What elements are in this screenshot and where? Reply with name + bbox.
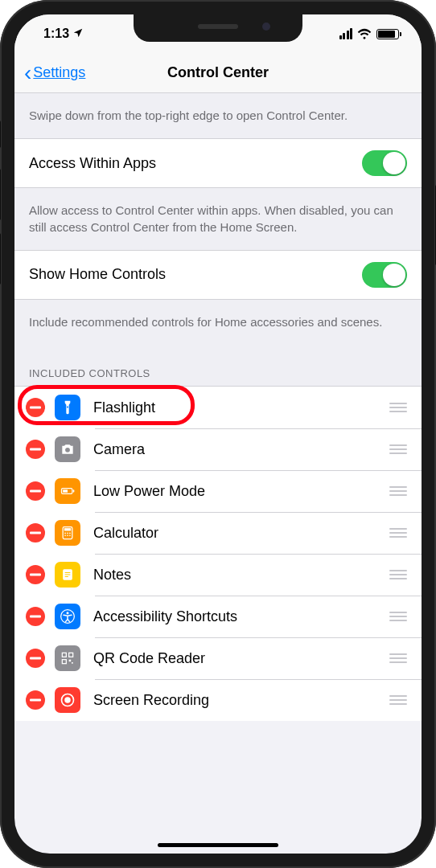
notes-icon [55, 562, 80, 588]
controls-list: Flashlight Camera Low Power Mode Calcula… [14, 386, 422, 721]
control-row-accessibility: Accessibility Shortcuts [14, 596, 422, 637]
control-row-notes: Notes [14, 554, 422, 596]
remove-button-calculator[interactable] [26, 523, 45, 542]
control-label-qrcode: QR Code Reader [93, 650, 389, 667]
phone-frame: 1:13 ‹ Settings Control Center Swipe do [0, 0, 436, 868]
drag-handle-accessibility[interactable] [389, 612, 410, 621]
chevron-left-icon: ‹ [24, 60, 31, 86]
wifi-icon [357, 28, 372, 39]
remove-button-lowpower[interactable] [26, 481, 45, 501]
control-row-lowpower: Low Power Mode [14, 470, 422, 512]
svg-point-1 [65, 448, 70, 452]
access-footer: Allow access to Control Center within ap… [14, 188, 422, 250]
control-label-accessibility: Accessibility Shortcuts [93, 608, 389, 625]
nav-header: ‹ Settings Control Center [14, 53, 422, 93]
control-row-qrcode: QR Code Reader [14, 637, 422, 679]
svg-point-7 [64, 533, 66, 534]
control-label-lowpower: Low Power Mode [93, 483, 389, 500]
remove-button-screenrec[interactable] [26, 690, 45, 710]
drag-handle-screenrec[interactable] [389, 695, 410, 705]
remove-button-flashlight[interactable] [26, 398, 45, 417]
content: Swipe down from the top-right edge to op… [14, 93, 422, 721]
remove-button-notes[interactable] [26, 565, 45, 584]
cellular-icon [339, 28, 353, 39]
control-label-camera: Camera [93, 441, 389, 458]
control-label-notes: Notes [93, 567, 389, 583]
drag-handle-calculator[interactable] [389, 528, 410, 538]
access-label: Access Within Apps [29, 155, 156, 172]
back-label: Settings [33, 64, 85, 81]
calculator-icon [55, 520, 80, 546]
drag-handle-flashlight[interactable] [389, 403, 410, 412]
camera-icon [55, 436, 80, 462]
battery-icon [376, 29, 399, 39]
battery-icon [55, 478, 80, 504]
svg-rect-16 [62, 653, 66, 657]
volume-up-button [0, 169, 1, 220]
svg-point-9 [69, 533, 71, 534]
svg-point-10 [64, 535, 66, 537]
drag-handle-camera[interactable] [389, 444, 410, 454]
control-row-flashlight: Flashlight [14, 387, 422, 428]
svg-rect-6 [64, 528, 71, 530]
included-controls-header: INCLUDED CONTROLS [14, 345, 422, 386]
location-icon [72, 27, 84, 41]
svg-point-12 [69, 535, 71, 537]
svg-rect-4 [73, 489, 75, 492]
remove-button-qrcode[interactable] [26, 649, 45, 668]
intro-text: Swipe down from the top-right edge to op… [14, 93, 422, 138]
svg-point-22 [64, 697, 71, 703]
control-label-flashlight: Flashlight [93, 399, 389, 416]
control-label-calculator: Calculator [93, 525, 389, 542]
drag-handle-notes[interactable] [389, 570, 410, 579]
home-toggle[interactable] [362, 262, 407, 288]
screen: 1:13 ‹ Settings Control Center Swipe do [14, 14, 422, 854]
svg-point-15 [67, 612, 69, 614]
svg-rect-18 [62, 660, 66, 664]
accessibility-icon [55, 604, 80, 629]
back-button[interactable]: ‹ Settings [24, 60, 85, 86]
svg-rect-0 [67, 406, 68, 408]
svg-rect-3 [63, 489, 68, 492]
show-home-controls-cell: Show Home Controls [14, 250, 422, 300]
status-time: 1:13 [43, 27, 69, 41]
svg-rect-20 [72, 662, 73, 664]
home-label: Show Home Controls [29, 266, 166, 283]
remove-button-camera[interactable] [26, 440, 45, 459]
svg-point-11 [67, 535, 68, 537]
access-within-apps-cell: Access Within Apps [14, 138, 422, 188]
svg-rect-19 [69, 660, 72, 662]
svg-point-8 [67, 533, 68, 534]
home-indicator[interactable] [158, 843, 278, 847]
drag-handle-lowpower[interactable] [389, 486, 410, 496]
control-row-camera: Camera [14, 428, 422, 470]
mute-switch [0, 121, 1, 148]
remove-button-accessibility[interactable] [26, 607, 45, 626]
control-row-screenrec: Screen Recording [14, 679, 422, 721]
svg-rect-17 [69, 653, 73, 657]
volume-down-button [0, 233, 1, 285]
flashlight-icon [55, 395, 80, 420]
notch [134, 14, 302, 42]
control-label-screenrec: Screen Recording [93, 692, 389, 709]
control-row-calculator: Calculator [14, 512, 422, 554]
drag-handle-qrcode[interactable] [389, 653, 410, 663]
home-footer: Include recommended controls for Home ac… [14, 300, 422, 345]
qrcode-icon [55, 645, 80, 671]
record-icon [55, 687, 80, 713]
access-toggle[interactable] [362, 150, 407, 176]
